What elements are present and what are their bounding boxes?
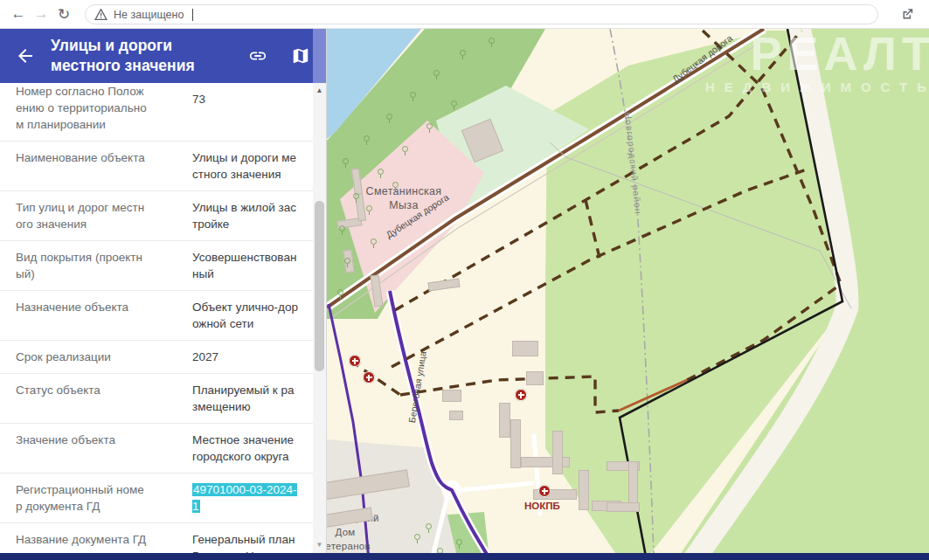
security-label: Не защищено	[114, 9, 184, 21]
building	[579, 470, 589, 510]
tree-icon	[364, 135, 370, 142]
tree-icon	[343, 158, 349, 164]
attribute-value: Усовершенствован ный	[192, 249, 313, 282]
panel-scrollbar[interactable]: ▲ ▼	[313, 83, 326, 553]
tree-icon	[433, 70, 440, 76]
tree-icon	[337, 289, 343, 295]
tree-icon	[426, 523, 432, 529]
panel-header: Улицы и дороги местного значения	[0, 29, 326, 83]
attribute-label: Значение объекта	[16, 432, 184, 465]
building	[442, 390, 461, 402]
building	[510, 419, 521, 468]
building	[607, 502, 640, 512]
tree-icon	[426, 123, 433, 129]
map-icon[interactable]	[291, 46, 310, 66]
tree-icon	[460, 50, 466, 56]
medical-cross-marker[interactable]	[515, 389, 527, 401]
attribute-row: Номер согласно Полож ению о территориаль…	[0, 83, 313, 142]
link-icon[interactable]	[248, 46, 267, 66]
browser-toolbar: ← → ↻ Не защищено	[0, 0, 929, 29]
tree-icon	[451, 100, 457, 107]
tree-icon	[339, 225, 345, 232]
tree-icon	[378, 169, 384, 175]
attribute-row: Наименование объектаУлицы и дороги ме ст…	[0, 142, 313, 191]
scroll-up-icon[interactable]: ▲	[313, 85, 326, 97]
attribute-value: 73	[192, 91, 313, 133]
building	[499, 403, 510, 438]
attribute-list: Номер согласно Полож ению о территориаль…	[0, 83, 313, 560]
attribute-label: Назначение объекта	[16, 299, 184, 332]
tree-icon	[489, 38, 495, 44]
attribute-row: Значение объектаМестное значение городск…	[0, 424, 313, 474]
tree-icon	[353, 193, 359, 199]
building	[449, 411, 463, 420]
attribute-value: Планируемый к ра змещению	[192, 382, 313, 415]
tree-icon	[410, 92, 416, 98]
attribute-value: Улицы и дороги ме стного значения	[192, 149, 313, 183]
header-scrollbar-strip	[313, 29, 326, 83]
app-window: ← → ↻ Не защищено Улицы и дороги местног…	[0, 0, 929, 560]
attribute-row: Тип улиц и дорог местн ого значенияУлицы…	[0, 191, 313, 241]
bottom-status-bar	[0, 553, 929, 560]
building	[552, 431, 563, 474]
medical-cross-marker[interactable]	[349, 355, 361, 367]
browser-forward-icon[interactable]: →	[30, 5, 52, 23]
tree-icon	[344, 258, 350, 264]
text-caret	[192, 9, 193, 21]
scroll-down-icon[interactable]: ▼	[313, 539, 326, 551]
building	[512, 341, 538, 356]
tree-icon	[414, 534, 420, 540]
attribute-label: Вид покрытия (проектн ый)	[16, 249, 184, 282]
browser-back-icon[interactable]: ←	[7, 5, 30, 23]
open-in-new-icon[interactable]	[900, 7, 915, 22]
building	[526, 371, 544, 385]
panel-title: Улицы и дороги местного значения	[51, 36, 248, 76]
attribute-label: Тип улиц и дорог местн ого значения	[16, 199, 184, 232]
attribute-label: Номер согласно Полож ению о территориаль…	[16, 83, 184, 133]
medical-cross-marker[interactable]	[538, 485, 551, 497]
scrollbar-thumb[interactable]	[315, 201, 324, 371]
attribute-label: Регистрационный номе р документа ГД	[16, 481, 184, 515]
attribute-value: 2027	[192, 349, 313, 365]
warning-icon	[94, 9, 107, 20]
browser-reload-icon[interactable]: ↻	[52, 5, 75, 24]
attribute-row: Статус объектаПланируемый к ра змещению	[0, 374, 313, 424]
attribute-row: Регистрационный номе р документа ГД49701…	[0, 474, 313, 523]
attribute-row: Вид покрытия (проектн ый)Усовершенствова…	[0, 241, 313, 291]
back-arrow-icon[interactable]	[15, 45, 36, 66]
map-canvas[interactable]: РЕАЛТ НЕДВИЖИМОСТЬ Сметанинская Мыза Дуб…	[326, 29, 929, 560]
attribute-value: Объект улично-дор ожной сети	[192, 299, 313, 332]
tree-icon	[456, 539, 462, 545]
attribute-label: Срок реализации	[16, 349, 184, 365]
tree-icon	[402, 146, 408, 152]
attribute-value: Местное значение городского округа	[192, 432, 313, 465]
attribute-row: Назначение объектаОбъект улично-дор ожно…	[0, 291, 313, 341]
attribute-value: Улицы в жилой зас тройке	[192, 199, 313, 232]
attribute-label: Статус объекта	[16, 382, 184, 415]
attributes-panel: Улицы и дороги местного значения Номер с…	[0, 29, 326, 560]
medical-cross-marker[interactable]	[363, 371, 375, 384]
attribute-row: Срок реализации2027	[0, 341, 313, 374]
attribute-value: 49701000-03-2024- 1	[192, 481, 313, 515]
address-bar[interactable]: Не защищено	[85, 4, 878, 24]
attribute-label: Наименование объекта	[16, 149, 184, 183]
tree-icon	[392, 182, 399, 188]
tree-icon	[386, 114, 392, 120]
tree-icon	[371, 239, 377, 245]
tree-icon	[366, 205, 372, 211]
